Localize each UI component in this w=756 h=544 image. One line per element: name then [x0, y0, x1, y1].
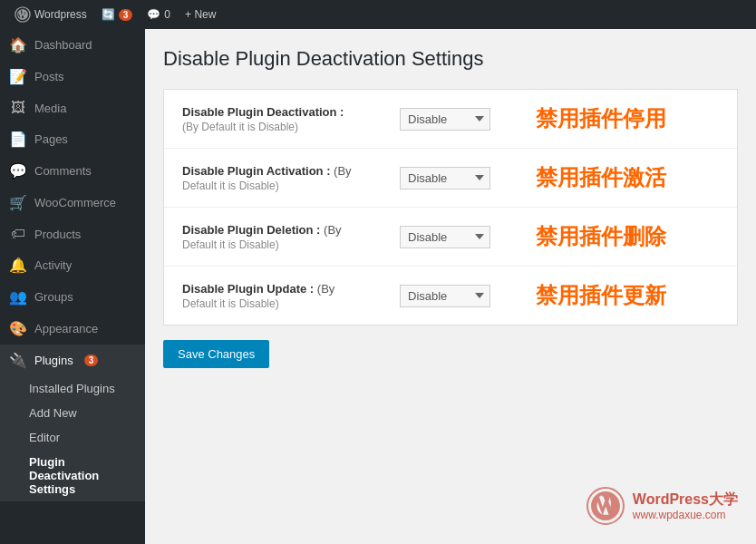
site-name: Wordpress — [34, 8, 87, 21]
new-item[interactable]: + New — [178, 0, 223, 29]
sidebar-item-label: Products — [34, 228, 81, 241]
sidebar-item-label: WooCommerce — [34, 196, 116, 209]
sidebar-item-products[interactable]: 🏷 Products — [0, 219, 145, 249]
wp-logo-item[interactable]: Wordpress — [7, 0, 94, 29]
plugins-submenu: Installed Plugins Add New Editor Plugin … — [0, 376, 145, 501]
products-icon: 🏷 — [9, 226, 27, 242]
label-sub-activation: Default it is Disable) — [182, 180, 382, 192]
watermark-logo-icon — [586, 486, 625, 526]
sidebar-item-groups[interactable]: 👥 Groups — [0, 281, 145, 313]
deactivation-select[interactable]: Disable Enable — [400, 108, 490, 131]
label-strong-update: Disable Plugin Update : — [182, 282, 314, 296]
chinese-label-deactivation: 禁用插件停用 — [536, 104, 666, 133]
label-inline-update: (By — [317, 282, 335, 296]
sidebar-item-label: Plugins — [34, 354, 73, 367]
sidebar-item-appearance[interactable]: 🎨 Appearance — [0, 313, 145, 345]
sidebar-item-posts[interactable]: 📝 Posts — [0, 61, 145, 92]
settings-label-activation: Disable Plugin Activation : (By Default … — [182, 164, 382, 192]
watermark: WordPress大学 www.wpdaxue.com — [586, 486, 738, 526]
label-sub-deactivation: (By Default it is Disable) — [182, 121, 382, 133]
sidebar-item-label: Dashboard — [34, 38, 92, 52]
groups-icon: 👥 — [9, 288, 27, 306]
label-strong-activation: Disable Plugin Activation : — [182, 164, 330, 178]
sidebar-item-label: Posts — [34, 70, 64, 83]
label-strong-deletion: Disable Plugin Deletion : — [182, 223, 320, 237]
settings-control-deactivation: Disable Enable — [400, 108, 509, 131]
new-label: + New — [185, 8, 216, 21]
submenu-add-new[interactable]: Add New — [0, 401, 145, 425]
plugins-icon: 🔌 — [9, 352, 27, 369]
settings-control-activation: Disable Enable — [400, 167, 509, 189]
sidebar-item-dashboard[interactable]: 🏠 Dashboard — [0, 29, 145, 61]
updates-item[interactable]: 🔄 3 — [94, 0, 141, 29]
label-inline-deletion: (By — [324, 223, 342, 237]
settings-label-deactivation: Disable Plugin Deactivation : (By Defaul… — [182, 105, 382, 133]
wp-logo-icon — [15, 6, 31, 23]
sidebar-item-label: Activity — [34, 258, 72, 272]
sidebar-item-label: Groups — [34, 290, 73, 304]
woocommerce-icon: 🛒 — [9, 194, 27, 211]
update-select[interactable]: Disable Enable — [400, 285, 490, 307]
watermark-url: www.wpdaxue.com — [633, 509, 738, 521]
label-strong-deactivation: Disable Plugin Deactivation : — [182, 105, 344, 119]
admin-bar: Wordpress 🔄 3 💬 0 + New — [0, 0, 756, 29]
media-icon: 🖼 — [9, 100, 27, 116]
sidebar-item-label: Media — [34, 102, 66, 115]
settings-panel: Disable Plugin Deactivation : (By Defaul… — [163, 89, 738, 325]
submenu-editor[interactable]: Editor — [0, 425, 145, 450]
settings-control-update: Disable Enable — [400, 285, 509, 307]
sidebar: 🏠 Dashboard 📝 Posts 🖼 Media 📄 Pages 💬 Co… — [0, 29, 145, 544]
sidebar-item-label: Comments — [34, 164, 92, 178]
submenu-installed-plugins[interactable]: Installed Plugins — [0, 376, 145, 401]
comments-count: 0 — [164, 8, 170, 21]
sidebar-item-label: Appearance — [34, 322, 98, 335]
sidebar-item-media[interactable]: 🖼 Media — [0, 92, 145, 123]
settings-row-activation: Disable Plugin Activation : (By Default … — [164, 149, 737, 208]
chinese-label-deletion: 禁用插件删除 — [536, 222, 666, 251]
dashboard-icon: 🏠 — [9, 36, 27, 53]
sidebar-item-label: Pages — [34, 132, 68, 146]
sidebar-item-woocommerce[interactable]: 🛒 WooCommerce — [0, 187, 145, 219]
sidebar-item-comments[interactable]: 💬 Comments — [0, 155, 145, 187]
updates-icon: 🔄 — [102, 8, 115, 21]
watermark-site-name: WordPress大学 — [633, 491, 738, 510]
posts-icon: 📝 — [9, 68, 27, 85]
submenu-plugin-deactivation-settings[interactable]: Plugin Deactivation Settings — [0, 450, 145, 501]
label-sub-update: Default it is Disable) — [182, 297, 382, 310]
save-changes-button[interactable]: Save Changes — [163, 340, 269, 368]
watermark-text-block: WordPress大学 www.wpdaxue.com — [633, 491, 738, 522]
label-inline-activation: (By — [334, 164, 352, 178]
comments-nav-icon: 💬 — [9, 162, 27, 180]
settings-control-deletion: Disable Enable — [400, 226, 509, 248]
chinese-label-update: 禁用插件更新 — [536, 281, 666, 310]
updates-badge: 3 — [119, 9, 133, 21]
content-area: Disable Plugin Deactivation Settings Dis… — [145, 29, 756, 544]
page-title: Disable Plugin Deactivation Settings — [163, 47, 738, 71]
chinese-label-activation: 禁用插件激活 — [536, 163, 666, 192]
activation-select[interactable]: Disable Enable — [400, 167, 490, 189]
main-layout: 🏠 Dashboard 📝 Posts 🖼 Media 📄 Pages 💬 Co… — [0, 29, 756, 544]
settings-row-deactivation: Disable Plugin Deactivation : (By Defaul… — [164, 90, 737, 149]
sidebar-item-plugins[interactable]: 🔌 Plugins 3 — [0, 345, 145, 376]
comments-icon: 💬 — [147, 8, 160, 21]
settings-row-update: Disable Plugin Update : (By Default it i… — [164, 267, 737, 325]
appearance-icon: 🎨 — [9, 320, 27, 337]
label-sub-deletion: Default it is Disable) — [182, 238, 382, 251]
deletion-select[interactable]: Disable Enable — [400, 226, 490, 248]
comments-item[interactable]: 💬 0 — [140, 0, 178, 29]
settings-row-deletion: Disable Plugin Deletion : (By Default it… — [164, 208, 737, 267]
sidebar-item-activity[interactable]: 🔔 Activity — [0, 249, 145, 281]
plugins-badge: 3 — [84, 355, 99, 366]
pages-icon: 📄 — [9, 131, 27, 148]
sidebar-item-pages[interactable]: 📄 Pages — [0, 123, 145, 155]
activity-icon: 🔔 — [9, 257, 27, 274]
settings-label-deletion: Disable Plugin Deletion : (By Default it… — [182, 223, 382, 251]
settings-label-update: Disable Plugin Update : (By Default it i… — [182, 282, 382, 310]
